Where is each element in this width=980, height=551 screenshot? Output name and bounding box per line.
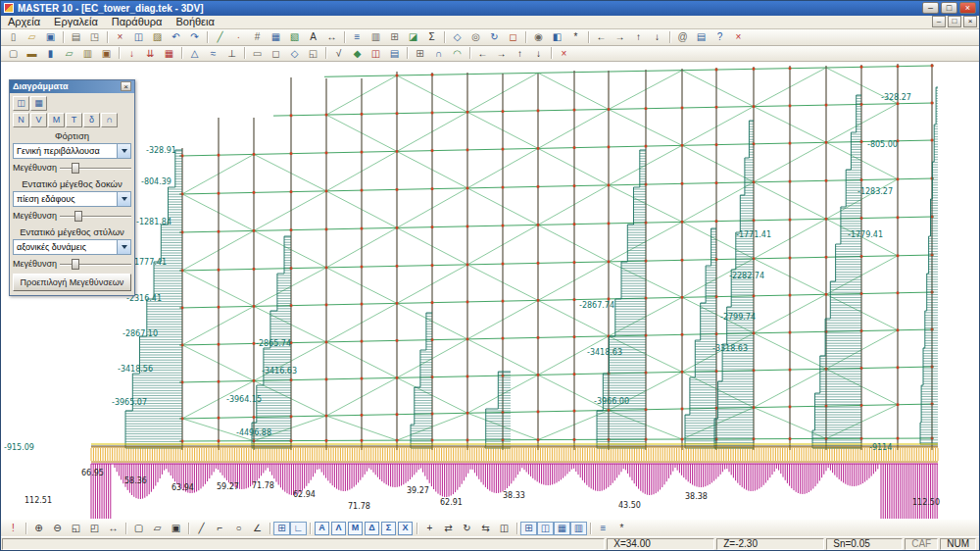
level-down-icon[interactable]: ↓ xyxy=(529,46,548,60)
save-icon[interactable]: ▣ xyxy=(41,30,60,44)
diagram-mode-icon[interactable]: ◫ xyxy=(13,96,29,111)
move-tool-icon[interactable]: ⇄ xyxy=(439,522,458,535)
refresh-icon[interactable]: ↻ xyxy=(485,30,504,44)
move-down-icon[interactable]: ↓ xyxy=(648,30,666,44)
surface-icon[interactable]: ▧ xyxy=(285,30,304,44)
axial-force-icon[interactable]: N xyxy=(13,113,29,127)
snapshot-icon[interactable]: ◉ xyxy=(529,30,548,44)
mdi-close-button[interactable]: × xyxy=(963,16,977,27)
beam-icon[interactable]: ▬ xyxy=(23,46,41,60)
menu-boitheia[interactable]: Βοήθεια xyxy=(169,15,220,28)
draw-member-icon[interactable]: ╱ xyxy=(211,30,229,44)
mode-x-icon[interactable]: X xyxy=(398,522,413,535)
open-file-icon[interactable]: ▱ xyxy=(23,30,41,44)
view-3d-icon[interactable]: ◇ xyxy=(448,30,466,44)
sum-icon[interactable]: Σ xyxy=(422,30,441,44)
pan-icon[interactable]: ↔ xyxy=(104,522,122,535)
text-label-icon[interactable]: A xyxy=(304,30,322,44)
menu-parathyra[interactable]: Παράθυρα xyxy=(105,15,170,28)
combinations-icon[interactable]: ∩ xyxy=(429,46,448,60)
settings-icon[interactable]: * xyxy=(612,522,631,535)
combo-dropdown-arrow-icon[interactable] xyxy=(117,192,130,206)
new-file-icon[interactable]: ▯ xyxy=(4,30,23,44)
column-combobox[interactable]: αξονικές δυνάμεις xyxy=(13,239,131,255)
line-load-icon[interactable]: ⇊ xyxy=(141,46,160,60)
view-grid-1-icon[interactable]: ⊞ xyxy=(520,522,537,535)
draw-line-icon[interactable]: ╱ xyxy=(192,522,211,535)
mdi-minimize-button[interactable]: – xyxy=(932,16,946,27)
view-top-icon[interactable]: ▭ xyxy=(248,46,267,60)
results-icon[interactable]: ◆ xyxy=(348,46,367,60)
mdi-restore-button[interactable]: □ xyxy=(948,16,961,27)
erase-icon[interactable]: ◻ xyxy=(504,30,522,44)
spring-icon[interactable]: ≈ xyxy=(204,46,222,60)
tables-icon[interactable]: ⊞ xyxy=(385,30,404,44)
select-one-icon[interactable]: ▢ xyxy=(129,522,148,535)
deformation-icon[interactable]: δ xyxy=(83,113,100,127)
loading-combobox[interactable]: Γενική περιβάλλουσα xyxy=(13,143,131,159)
diagrams-icon[interactable]: ◫ xyxy=(367,46,385,60)
move-left-icon[interactable]: ← xyxy=(592,30,611,44)
crosshair-icon[interactable]: + xyxy=(420,522,439,535)
properties-icon[interactable]: ▥ xyxy=(367,30,385,44)
prev-view-icon[interactable]: ← xyxy=(473,46,492,60)
slider-thumb[interactable] xyxy=(72,259,79,270)
mail-icon[interactable]: @ xyxy=(673,30,692,44)
envelope-view-icon[interactable]: ◠ xyxy=(448,46,466,60)
level-up-icon[interactable]: ↑ xyxy=(511,46,529,60)
wall-icon[interactable]: ▥ xyxy=(78,46,97,60)
column-magnify-slider[interactable] xyxy=(60,258,131,271)
zoom-extents-icon[interactable]: ◰ xyxy=(85,522,104,535)
select-icon[interactable]: ▢ xyxy=(4,46,23,60)
chart-icon[interactable]: ◪ xyxy=(404,30,422,44)
copy-tool-icon[interactable]: ◫ xyxy=(495,522,514,535)
select-all-icon[interactable]: ▣ xyxy=(167,522,185,535)
beam-magnify-slider[interactable] xyxy=(60,210,131,223)
paste-icon[interactable]: ▨ xyxy=(148,30,167,44)
stop-icon[interactable]: × xyxy=(555,46,573,60)
envelope-icon[interactable]: ∩ xyxy=(101,113,118,127)
mode-a-icon[interactable]: A xyxy=(315,522,329,535)
cut-icon[interactable]: × xyxy=(111,30,129,44)
dimension-icon[interactable]: ↔ xyxy=(322,30,341,44)
redo-icon[interactable]: ↷ xyxy=(185,30,204,44)
menu-ergaleia[interactable]: Εργαλεία xyxy=(47,15,105,28)
print-icon[interactable]: ▤ xyxy=(67,30,85,44)
print-preview-icon[interactable]: ◳ xyxy=(85,30,104,44)
minimize-button[interactable]: – xyxy=(922,2,939,14)
slider-thumb[interactable] xyxy=(72,163,79,174)
draw-circle-icon[interactable]: ○ xyxy=(229,522,248,535)
help-icon[interactable]: ? xyxy=(710,30,729,44)
footing-icon[interactable]: ▣ xyxy=(97,46,116,60)
beam-combobox[interactable]: πίεση εδάφους xyxy=(13,191,131,207)
point-load-icon[interactable]: ↓ xyxy=(122,46,141,60)
slider-thumb[interactable] xyxy=(74,211,82,222)
redraw-icon[interactable]: ! xyxy=(4,522,23,535)
grid-toggle-icon[interactable]: ⊞ xyxy=(273,522,290,535)
area-load-icon[interactable]: ▦ xyxy=(160,46,178,60)
mode-m-icon[interactable]: M xyxy=(348,522,363,535)
zoom-in-icon[interactable]: ⊕ xyxy=(29,522,48,535)
axes-icon[interactable]: ⊥ xyxy=(222,46,241,60)
ortho-toggle-icon[interactable]: ∟ xyxy=(290,522,307,535)
view-grid-4-icon[interactable]: ▥ xyxy=(570,522,587,535)
layer-manager-icon[interactable]: ≡ xyxy=(594,522,612,535)
mode-sigma-icon[interactable]: Σ xyxy=(381,522,396,535)
column-icon[interactable]: ▮ xyxy=(41,46,60,60)
palette-close-icon[interactable]: × xyxy=(121,81,131,91)
options-icon[interactable]: * xyxy=(566,30,585,44)
zoom-window-icon[interactable]: ◱ xyxy=(67,522,85,535)
mesh-icon[interactable]: ▦ xyxy=(267,30,285,44)
exit-icon[interactable]: × xyxy=(729,30,748,44)
grid-icon[interactable]: # xyxy=(248,30,267,44)
drawing-canvas[interactable]: -328.91-804.39-1281.84-1777.41-2316.41-2… xyxy=(1,62,979,519)
rotate-tool-icon[interactable]: ↻ xyxy=(458,522,476,535)
palette-toggle-icon[interactable]: ◧ xyxy=(548,30,566,44)
titlebar[interactable]: MASTER 10 - [EC_tower_diag.tek - 3DV] – … xyxy=(1,1,979,16)
close-button[interactable]: × xyxy=(959,2,976,14)
view-camera-icon[interactable]: ◎ xyxy=(466,30,485,44)
measure-angle-icon[interactable]: ∠ xyxy=(248,522,267,535)
mirror-tool-icon[interactable]: ⇆ xyxy=(476,522,495,535)
view-grid-3-icon[interactable]: ▦ xyxy=(554,522,570,535)
shear-force-icon[interactable]: V xyxy=(30,113,47,127)
